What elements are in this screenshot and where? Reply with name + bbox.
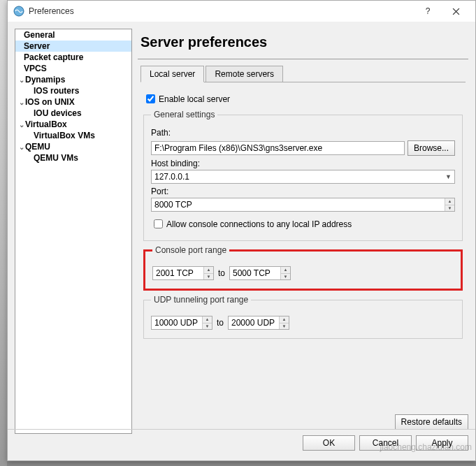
port-value: 8000 TCP <box>152 198 445 211</box>
range-to-label: to <box>217 318 224 328</box>
allow-any-ip-label[interactable]: Allow console connections to any local I… <box>166 219 352 229</box>
udp-port-to-spinbox[interactable]: 20000 UDP ▲▼ <box>228 316 289 330</box>
range-to-label: to <box>218 268 225 278</box>
console-port-to-spinbox[interactable]: 5000 TCP ▲▼ <box>229 266 291 280</box>
spin-up-icon[interactable]: ▲ <box>204 267 213 274</box>
sidebar-item-label: General <box>24 30 55 40</box>
spin-down-icon[interactable]: ▼ <box>445 205 454 212</box>
left-edge <box>0 0 7 466</box>
tab-remote-servers[interactable]: Remote servers <box>205 66 283 82</box>
sidebar-item-label: IOS on UNIX <box>25 97 75 107</box>
main-panel: Server preferences Local server Remote s… <box>138 29 468 434</box>
spin-up-icon[interactable]: ▲ <box>203 316 212 323</box>
local-server-panel: Enable local server General settings Pat… <box>138 82 468 349</box>
cancel-button[interactable]: Cancel <box>359 435 412 451</box>
console-port-range-legend: Console port range <box>152 245 229 255</box>
path-input[interactable] <box>151 141 405 155</box>
page-title: Server preferences <box>138 29 468 59</box>
window-title: Preferences <box>29 6 414 16</box>
enable-local-server-label[interactable]: Enable local server <box>159 94 230 104</box>
general-settings-legend: General settings <box>151 110 217 119</box>
category-tree[interactable]: GeneralServerPacket captureVPCS⌄Dynamips… <box>15 29 132 434</box>
tree-expand-icon[interactable]: ⌄ <box>18 76 25 84</box>
sidebar-item-label: IOU devices <box>34 108 82 118</box>
sidebar-item-label: VirtualBox <box>25 119 67 129</box>
udp-port-range-group: UDP tunneling port range 10000 UDP ▲▼ to… <box>143 295 463 339</box>
sidebar-item-qemu-vms[interactable]: QEMU VMs <box>15 152 131 163</box>
spin-down-icon[interactable]: ▼ <box>280 323 289 330</box>
sidebar-item-label: Packet capture <box>24 52 83 62</box>
sidebar-item-virtualbox-vms[interactable]: VirtualBox VMs <box>15 130 131 141</box>
sidebar-item-ios-on-unix[interactable]: ⌄IOS on UNIX <box>15 96 131 108</box>
host-binding-select[interactable]: 127.0.0.1 ▼ <box>151 170 455 184</box>
sidebar-item-vpcs[interactable]: VPCS <box>15 63 131 74</box>
general-settings-group: General settings Path: Browse... Host bi… <box>143 110 463 241</box>
dropdown-arrow-icon: ▼ <box>445 173 452 180</box>
tab-local-server[interactable]: Local server <box>140 66 204 82</box>
titlebar: Preferences ? <box>8 1 475 22</box>
spin-down-icon[interactable]: ▼ <box>203 323 212 330</box>
ok-button[interactable]: OK <box>303 435 355 451</box>
sidebar-item-label: QEMU <box>25 142 50 152</box>
port-spinbox[interactable]: 8000 TCP ▲▼ <box>151 198 455 212</box>
spin-down-icon[interactable]: ▼ <box>204 274 213 280</box>
sidebar-item-server[interactable]: Server <box>15 41 131 52</box>
console-port-to-value: 5000 TCP <box>230 267 280 279</box>
console-port-from-value: 2001 TCP <box>153 267 203 279</box>
host-binding-label: Host binding: <box>151 159 455 168</box>
tree-expand-icon[interactable]: ⌄ <box>18 121 25 129</box>
tree-expand-icon[interactable]: ⌄ <box>18 99 25 106</box>
sidebar-item-label: VPCS <box>24 64 47 73</box>
sidebar-item-label: QEMU VMs <box>34 153 78 163</box>
spin-up-icon[interactable]: ▲ <box>445 198 454 205</box>
spin-up-icon[interactable]: ▲ <box>281 267 290 274</box>
dialog-buttons: OK Cancel Apply <box>8 429 475 456</box>
sidebar-item-label: IOS routers <box>34 86 79 96</box>
sidebar-item-ios-routers[interactable]: IOS routers <box>15 85 131 96</box>
restore-area: Restore defaults <box>138 414 468 430</box>
server-tabs: Local server Remote servers <box>140 65 466 82</box>
help-button[interactable]: ? <box>414 1 442 22</box>
sidebar-item-dynamips[interactable]: ⌄Dynamips <box>15 74 131 85</box>
udp-port-from-spinbox[interactable]: 10000 UDP ▲▼ <box>151 316 212 330</box>
restore-defaults-button[interactable]: Restore defaults <box>395 414 468 430</box>
content-area: GeneralServerPacket captureVPCS⌄Dynamips… <box>8 22 475 460</box>
spin-down-icon[interactable]: ▼ <box>281 274 290 280</box>
tree-expand-icon[interactable]: ⌄ <box>18 143 25 151</box>
sidebar-item-qemu[interactable]: ⌄QEMU <box>15 141 131 152</box>
apply-button[interactable]: Apply <box>416 435 468 451</box>
console-port-from-spinbox[interactable]: 2001 TCP ▲▼ <box>152 266 214 280</box>
preferences-window: Preferences ? GeneralServerPacket captur… <box>7 0 476 461</box>
spin-up-icon[interactable]: ▲ <box>280 316 289 323</box>
enable-local-server-row: Enable local server <box>143 92 463 105</box>
app-icon <box>13 6 24 17</box>
sidebar-item-label: Dynamips <box>25 75 65 85</box>
browse-button[interactable]: Browse... <box>408 140 455 156</box>
udp-port-to-value: 20000 UDP <box>229 316 279 329</box>
path-label: Path: <box>151 128 455 138</box>
allow-any-ip-checkbox[interactable] <box>154 219 163 228</box>
sidebar-item-general[interactable]: General <box>15 29 131 41</box>
host-binding-value: 127.0.0.1 <box>154 172 189 182</box>
udp-port-range-legend: UDP tunneling port range <box>151 295 251 305</box>
sidebar-item-label: VirtualBox VMs <box>34 131 95 140</box>
port-label: Port: <box>151 187 455 196</box>
sidebar-item-packet-capture[interactable]: Packet capture <box>15 52 131 63</box>
enable-local-server-checkbox[interactable] <box>146 94 155 103</box>
udp-port-from-value: 10000 UDP <box>152 316 202 329</box>
console-port-range-group: Console port range 2001 TCP ▲▼ to 5000 T… <box>143 245 463 291</box>
sidebar-item-iou-devices[interactable]: IOU devices <box>15 108 131 119</box>
sidebar-item-virtualbox[interactable]: ⌄VirtualBox <box>15 119 131 130</box>
sidebar-item-label: Server <box>24 41 50 51</box>
close-button[interactable] <box>442 1 470 22</box>
